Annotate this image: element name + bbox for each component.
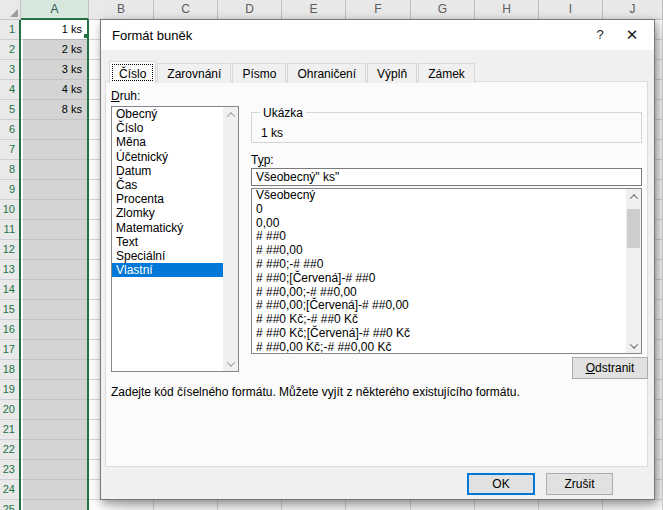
cell-a12[interactable] xyxy=(23,240,87,260)
cell-a25[interactable] xyxy=(23,500,87,510)
cell-a23[interactable] xyxy=(23,460,87,480)
type-code-input[interactable] xyxy=(251,168,642,186)
category-item[interactable]: Vlastní xyxy=(112,263,223,277)
cancel-button[interactable]: Zrušit xyxy=(546,473,613,495)
category-item[interactable]: Text xyxy=(112,235,223,249)
row-header-16[interactable]: 16 xyxy=(0,320,19,340)
cell-a7[interactable] xyxy=(23,140,87,160)
column-header-i[interactable]: I xyxy=(539,0,603,20)
category-item[interactable]: Procenta xyxy=(112,192,223,206)
cell-a2[interactable]: 2 ks xyxy=(23,40,87,60)
column-header-a[interactable]: A xyxy=(21,0,89,20)
fill-handle[interactable] xyxy=(83,33,89,39)
cell-a19[interactable] xyxy=(23,380,87,400)
row-header-1[interactable]: 1 xyxy=(0,20,19,40)
ok-button[interactable]: OK xyxy=(467,473,535,495)
row-header-19[interactable]: 19 xyxy=(0,380,19,400)
type-code-item[interactable]: # ##0 Kč;[Červená]-# ##0 Kč xyxy=(252,327,626,341)
category-item[interactable]: Čas xyxy=(112,178,223,192)
row-header-15[interactable]: 15 xyxy=(0,300,19,320)
category-item[interactable]: Číslo xyxy=(112,121,223,135)
cell-a1[interactable]: 1 ks xyxy=(23,20,87,40)
row-header-22[interactable]: 22 xyxy=(0,440,19,460)
type-code-item[interactable]: # ##0;[Červená]-# ##0 xyxy=(252,272,626,286)
category-item[interactable]: Datum xyxy=(112,164,223,178)
delete-button[interactable]: Odstranit xyxy=(572,357,648,379)
category-item[interactable]: Speciální xyxy=(112,249,223,263)
type-scrollbar[interactable] xyxy=(626,189,641,353)
row-header-10[interactable]: 10 xyxy=(0,200,19,220)
type-code-listbox[interactable]: Všeobecný00,00# ##0# ##0,00# ##0;-# ##0#… xyxy=(251,188,642,354)
cell-a4[interactable]: 4 ks xyxy=(23,80,87,100)
row-header-21[interactable]: 21 xyxy=(0,420,19,440)
row-header-25[interactable]: 25 xyxy=(0,500,19,510)
help-button[interactable]: ? xyxy=(584,20,616,50)
cell-a5[interactable]: 8 ks xyxy=(23,100,87,120)
cell-a18[interactable] xyxy=(23,360,87,380)
type-code-item[interactable]: # ##0,00 Kč;-# ##0,00 Kč xyxy=(252,341,626,354)
row-header-24[interactable]: 24 xyxy=(0,480,19,500)
type-code-item[interactable]: # ##0 xyxy=(252,230,626,244)
row-header-12[interactable]: 12 xyxy=(0,240,19,260)
category-scrollbar[interactable] xyxy=(223,107,238,371)
cell-a16[interactable] xyxy=(23,320,87,340)
cell-a13[interactable] xyxy=(23,260,87,280)
cell-a20[interactable] xyxy=(23,400,87,420)
tab-zarovnani[interactable]: Zarovnání xyxy=(157,63,231,83)
category-item[interactable]: Zlomky xyxy=(112,206,223,220)
scroll-down-icon[interactable] xyxy=(223,356,238,371)
cell-a11[interactable] xyxy=(23,220,87,240)
row-header-6[interactable]: 6 xyxy=(0,120,19,140)
cell-a14[interactable] xyxy=(23,280,87,300)
tab-ohraniceni[interactable]: Ohraničení xyxy=(287,63,366,83)
category-item[interactable]: Účetnický xyxy=(112,150,223,164)
row-header-3[interactable]: 3 xyxy=(0,60,19,80)
row-header-11[interactable]: 11 xyxy=(0,220,19,240)
row-header-23[interactable]: 23 xyxy=(0,460,19,480)
close-icon[interactable]: ✕ xyxy=(616,20,648,50)
category-item[interactable]: Měna xyxy=(112,135,223,149)
type-code-item[interactable]: Všeobecný xyxy=(252,189,626,203)
dialog-titlebar[interactable]: Formát buněk ? ✕ xyxy=(101,20,654,50)
cell-a22[interactable] xyxy=(23,440,87,460)
row-header-5[interactable]: 5 xyxy=(0,100,19,120)
row-header-17[interactable]: 17 xyxy=(0,340,19,360)
cell-a17[interactable] xyxy=(23,340,87,360)
tab-pismo[interactable]: Písmo xyxy=(232,63,286,83)
cell-a10[interactable] xyxy=(23,200,87,220)
scroll-up-icon[interactable] xyxy=(626,189,641,204)
category-listbox[interactable]: ObecnýČísloMěnaÚčetnickýDatumČasProcenta… xyxy=(111,106,239,372)
type-code-item[interactable]: # ##0;-# ##0 xyxy=(252,258,626,272)
cell-a15[interactable] xyxy=(23,300,87,320)
cell-a6[interactable] xyxy=(23,120,87,140)
row-header-4[interactable]: 4 xyxy=(0,80,19,100)
column-header-d[interactable]: D xyxy=(218,0,282,20)
category-item[interactable]: Obecný xyxy=(112,107,223,121)
column-header-f[interactable]: F xyxy=(346,0,411,20)
cell-a8[interactable] xyxy=(23,160,87,180)
column-header-e[interactable]: E xyxy=(282,0,346,20)
cell-a24[interactable] xyxy=(23,480,87,500)
tab-zamek[interactable]: Zámek xyxy=(418,63,475,83)
column-header-h[interactable]: H xyxy=(475,0,539,20)
row-header-9[interactable]: 9 xyxy=(0,180,19,200)
column-header-j[interactable]: J xyxy=(603,0,663,20)
column-header-g[interactable]: G xyxy=(411,0,475,20)
type-code-item[interactable]: # ##0,00;[Červená]-# ##0,00 xyxy=(252,299,626,313)
cell-a21[interactable] xyxy=(23,420,87,440)
type-code-item[interactable]: 0,00 xyxy=(252,217,626,231)
tab-vypln[interactable]: Výplň xyxy=(367,63,417,83)
row-header-2[interactable]: 2 xyxy=(0,40,19,60)
row-header-20[interactable]: 20 xyxy=(0,400,19,420)
row-header-14[interactable]: 14 xyxy=(0,280,19,300)
scroll-down-icon[interactable] xyxy=(626,338,641,353)
select-all-corner[interactable] xyxy=(0,0,21,20)
category-item[interactable]: Matematický xyxy=(112,221,223,235)
column-header-c[interactable]: C xyxy=(154,0,218,20)
type-code-item[interactable]: # ##0,00 xyxy=(252,244,626,258)
cell-a9[interactable] xyxy=(23,180,87,200)
row-header-8[interactable]: 8 xyxy=(0,160,19,180)
tab-cislo[interactable]: Číslo xyxy=(109,61,156,84)
scrollbar-thumb[interactable] xyxy=(627,209,640,248)
column-header-b[interactable]: B xyxy=(89,0,154,20)
